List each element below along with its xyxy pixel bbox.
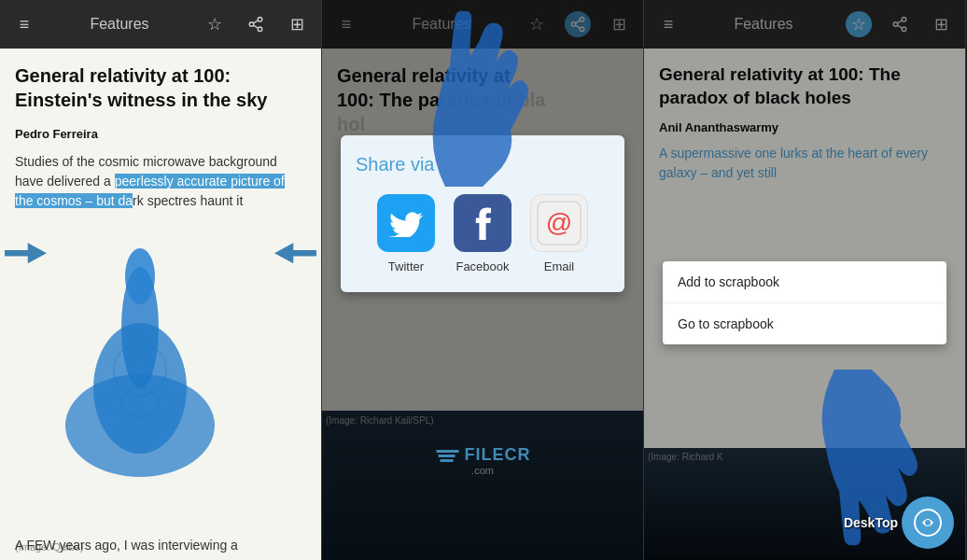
svg-point-5 — [65, 374, 215, 477]
menu-icon-1[interactable]: ≡ — [11, 11, 37, 37]
svg-point-9 — [114, 343, 166, 396]
svg-point-10 — [121, 388, 159, 416]
author-name-1: Pedro Ferreira — [15, 127, 306, 141]
svg-point-7 — [121, 267, 159, 388]
panel-content-1: General relativity at 100: Einstein's wi… — [0, 49, 321, 560]
facebook-label: Facebook — [455, 259, 509, 273]
hand-illustration-1 — [56, 239, 224, 485]
email-label: Email — [544, 259, 575, 273]
swipe-arrows-1 — [0, 243, 321, 263]
toolbar-1: ≡ Features ☆ ⊞ — [0, 0, 321, 49]
desktop-watermark: DeskTop — [844, 497, 954, 549]
context-menu-item-go-scrapbook[interactable]: Go to scrapbook — [663, 303, 946, 344]
svg-point-2 — [258, 27, 262, 32]
panel-3: ≡ Features ☆ ⊞ General relativity at 100… — [644, 0, 966, 560]
share-option-twitter[interactable]: Twitter — [377, 194, 435, 273]
svg-point-6 — [93, 323, 187, 454]
facebook-icon-box[interactable] — [454, 194, 512, 252]
arrow-left-1 — [5, 243, 47, 263]
share-dialog-title: Share via — [356, 154, 610, 175]
svg-point-1 — [249, 22, 254, 27]
email-icon-box[interactable]: @ — [530, 194, 588, 252]
panel-2: ≡ Features ☆ ⊞ General relativity at100:… — [322, 0, 644, 560]
svg-line-3 — [253, 25, 258, 28]
share-dialog: Share via Twitter Facebook — [341, 135, 624, 292]
share-icon-1[interactable] — [243, 11, 269, 37]
panel-1: ≡ Features ☆ ⊞ General relativity at 100… — [0, 0, 322, 560]
share-option-email[interactable]: @ Email — [530, 194, 588, 273]
context-menu-3: Add to scrapbook Go to scrapbook — [663, 261, 946, 344]
svg-point-8 — [125, 248, 155, 304]
svg-point-0 — [258, 18, 262, 22]
star-icon-1[interactable]: ☆ — [202, 11, 228, 37]
share-icons-row: Twitter Facebook @ Email — [356, 194, 610, 273]
svg-line-4 — [253, 21, 258, 23]
article-body-1: Studies of the cosmic microwave backgrou… — [15, 152, 306, 211]
article-footer-1: A FEW years ago, I was interviewing a — [15, 536, 306, 555]
einstein-sketch — [93, 332, 187, 429]
twitter-icon-box[interactable] — [377, 194, 435, 252]
filecr-watermark: FILECR .com — [435, 445, 531, 476]
desktop-logo — [902, 497, 954, 549]
arrow-right-1 — [274, 243, 316, 263]
svg-line-12 — [142, 370, 145, 374]
filecr-sub: .com — [435, 465, 531, 476]
desktop-text: DeskTop — [844, 515, 898, 530]
highlight-text-1: peerlessly accurate picture of the cosmo… — [15, 174, 285, 208]
svg-point-24 — [925, 520, 931, 525]
filecr-text: FILECR — [465, 445, 531, 465]
article-title-1: General relativity at 100: Einstein's wi… — [15, 63, 306, 112]
grid-icon-1[interactable]: ⊞ — [284, 11, 310, 37]
toolbar-title-1: Features — [52, 16, 187, 33]
svg-line-11 — [135, 370, 138, 374]
twitter-label: Twitter — [388, 259, 424, 273]
context-menu-item-add-scrapbook[interactable]: Add to scrapbook — [663, 261, 946, 303]
share-option-facebook[interactable]: Facebook — [454, 194, 512, 273]
